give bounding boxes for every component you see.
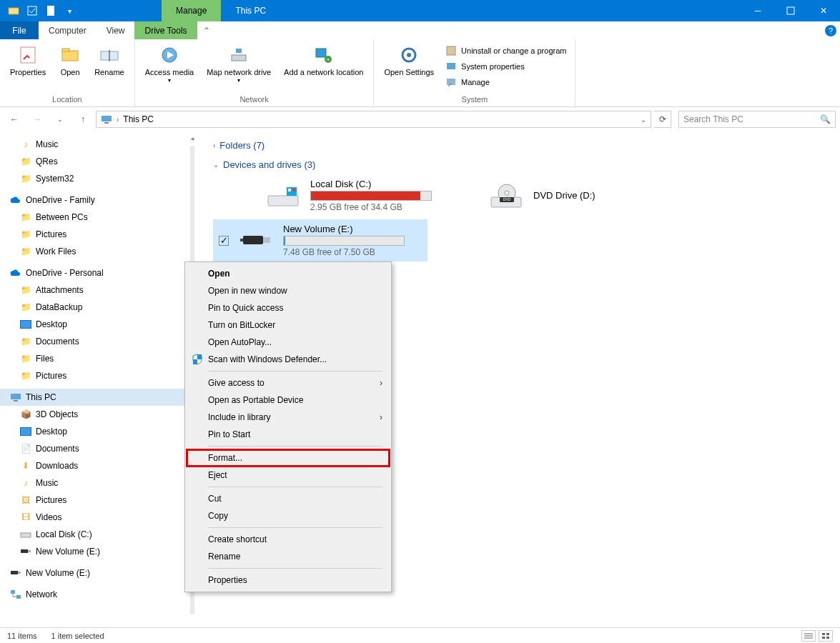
tree-item[interactable]: 📁Documents [0, 333, 186, 350]
folder-icon: 📁 [20, 246, 31, 257]
separator [208, 527, 382, 528]
document-icon[interactable] [43, 3, 59, 19]
tree-item-system32[interactable]: 📁System32 [0, 170, 186, 187]
ribbon-group-label: Location [6, 95, 129, 104]
tree-item-qres[interactable]: 📁QRes [0, 153, 186, 170]
large-icons-view-button[interactable] [819, 630, 833, 642]
address-dropdown-icon[interactable]: ⌄ [641, 116, 646, 124]
tree-item[interactable]: 📁Between PCs [0, 209, 186, 226]
tab-drive-tools[interactable]: Drive Tools [134, 21, 197, 39]
maximize-button[interactable] [774, 0, 807, 21]
drive-free-text: 7.48 GB free of 7.50 GB [283, 247, 423, 257]
tree-network[interactable]: Network [0, 586, 186, 603]
cm-bitlocker[interactable]: Turn on BitLocker [187, 316, 390, 334]
cm-copy[interactable]: Copy [187, 507, 390, 524]
details-view-button[interactable] [801, 630, 816, 642]
tree-item[interactable]: Desktop [0, 423, 186, 440]
cm-give-access[interactable]: Give access to› [187, 374, 390, 392]
tree-item[interactable]: 📁DataBackup [0, 299, 186, 316]
up-button[interactable]: ↑ [73, 110, 93, 129]
tab-view[interactable]: View [97, 21, 135, 39]
folders-group-header[interactable]: ›Folders (7) [213, 136, 826, 155]
tree-item[interactable]: 📁Work Files [0, 243, 186, 260]
cm-format[interactable]: Format... [187, 449, 390, 467]
cm-portable-device[interactable]: Open as Portable Device [187, 392, 390, 409]
main-area: ♪Music 📁QRes 📁System32 OneDrive - Family… [0, 131, 840, 629]
address-bar[interactable]: › This PC ⌄ [96, 111, 651, 128]
tree-item[interactable]: 📁Pictures [0, 367, 186, 384]
system-properties-label: System properties [461, 62, 525, 71]
qat-dropdown-icon[interactable]: ▾ [61, 3, 77, 19]
tree-item[interactable]: 🖼Pictures [0, 492, 186, 509]
manage-button[interactable]: Manage [443, 75, 569, 89]
tree-new-volume[interactable]: New Volume (E:) [0, 564, 186, 582]
open-button[interactable]: Open [54, 42, 86, 79]
tree-onedrive-personal[interactable]: OneDrive - Personal [0, 264, 186, 281]
cm-autoplay[interactable]: Open AutoPlay... [187, 334, 390, 351]
drive-new-volume-e[interactable]: ✓ New Volume (E:) 7.48 GB free of 7.50 G… [213, 219, 428, 261]
checkbox-icon[interactable] [24, 3, 40, 19]
forward-button[interactable]: → [27, 110, 47, 129]
tab-file[interactable]: File [0, 21, 39, 39]
tree-item[interactable]: 🎞Videos [0, 509, 186, 526]
minimize-button[interactable]: ─ [741, 0, 774, 21]
cm-open-new-window[interactable]: Open in new window [187, 282, 390, 299]
chevron-right-icon[interactable]: › [117, 116, 119, 124]
cm-include-library[interactable]: Include in library› [187, 409, 390, 426]
tree-item[interactable]: 📁Attachments [0, 281, 186, 299]
cm-rename[interactable]: Rename [187, 548, 390, 565]
folder-icon: 📁 [20, 229, 31, 240]
cm-defender-scan[interactable]: Scan with Windows Defender... [187, 351, 390, 368]
tree-item-music[interactable]: ♪Music [0, 136, 186, 153]
folder-icon: 📁 [20, 211, 31, 223]
devices-group-header[interactable]: ⌄Devices and drives (3) [213, 155, 826, 174]
collapse-ribbon-icon[interactable]: ⌃ [197, 21, 216, 39]
window-title: This PC [221, 6, 280, 16]
checkbox-checked[interactable]: ✓ [219, 236, 229, 246]
breadcrumb-this-pc[interactable]: This PC [123, 114, 154, 124]
tree-item[interactable]: 📄Documents [0, 440, 186, 457]
navigation-pane[interactable]: ♪Music 📁QRes 📁System32 OneDrive - Family… [0, 131, 186, 629]
search-box[interactable]: Search This PC 🔍 [678, 111, 836, 128]
open-settings-button[interactable]: Open Settings [380, 42, 438, 79]
map-drive-button[interactable]: Map network drive▾ [202, 42, 275, 86]
tree-item[interactable]: ♪Music [0, 474, 186, 492]
tree-item[interactable]: 📁Pictures [0, 226, 186, 243]
properties-button[interactable]: Properties [6, 42, 50, 79]
tree-item-local-disk[interactable]: Local Disk (C:) [0, 526, 186, 543]
tree-this-pc[interactable]: This PC [0, 389, 186, 406]
back-button[interactable]: ← [4, 110, 24, 129]
cm-properties[interactable]: Properties [187, 572, 390, 589]
folder-icon[interactable] [6, 3, 21, 19]
refresh-button[interactable]: ⟳ [654, 111, 671, 128]
cm-pin-start[interactable]: Pin to Start [187, 426, 390, 443]
drive-dvd-d[interactable]: DVD DVD Drive (D:) [485, 174, 671, 216]
uninstall-program-button[interactable]: Uninstall or change a program [443, 44, 569, 58]
help-icon[interactable] [821, 21, 840, 39]
tree-onedrive-family[interactable]: OneDrive - Family [0, 191, 186, 209]
access-media-button[interactable]: Access media▾ [141, 42, 198, 86]
svg-rect-11 [232, 55, 246, 61]
svg-rect-18 [447, 46, 455, 55]
tree-item[interactable]: Desktop [0, 316, 186, 333]
system-properties-button[interactable]: System properties [443, 59, 569, 74]
cm-cut[interactable]: Cut [187, 490, 390, 507]
tree-item[interactable]: ⬇Downloads [0, 457, 186, 474]
manage-context-tab[interactable]: Manage [162, 0, 221, 21]
cm-open[interactable]: Open [187, 265, 390, 282]
folder-icon: 📁 [20, 301, 31, 313]
manage-icon [445, 76, 457, 88]
close-button[interactable]: ✕ [807, 0, 840, 21]
recent-dropdown[interactable]: ⌄ [50, 110, 70, 129]
tree-item[interactable]: 📁Files [0, 350, 186, 367]
rename-button[interactable]: Rename [90, 42, 129, 79]
tree-item[interactable]: 📦3D Objects [0, 406, 186, 423]
cm-pin-quick-access[interactable]: Pin to Quick access [187, 299, 390, 316]
tree-item-new-volume[interactable]: New Volume (E:) [0, 543, 186, 560]
tab-computer[interactable]: Computer [39, 21, 97, 39]
cm-create-shortcut[interactable]: Create shortcut [187, 531, 390, 548]
add-network-location-button[interactable]: +Add a network location [280, 42, 367, 79]
cm-eject[interactable]: Eject [187, 467, 390, 484]
access-media-label: Access media [145, 68, 194, 77]
drive-local-disk-c[interactable]: Local Disk (C:) 2.95 GB free of 34.4 GB [242, 174, 456, 216]
